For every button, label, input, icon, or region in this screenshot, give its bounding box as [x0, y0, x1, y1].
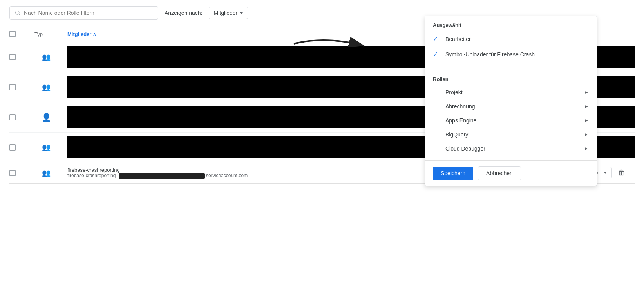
- projekt-label: Projekt: [445, 89, 584, 95]
- apps-engine-item[interactable]: Apps Engine ►: [425, 113, 597, 127]
- save-button[interactable]: Speichern: [433, 167, 473, 180]
- type-cell: 👥: [34, 53, 58, 61]
- header-checkbox-cell: [9, 31, 25, 37]
- page-wrapper: Anzeigen nach: Mitglieder Typ Mitglieder: [0, 0, 644, 298]
- selected-section-title: Ausgewählt: [425, 21, 597, 31]
- submenu-chevron-icon: ►: [584, 104, 589, 109]
- submenu-chevron-icon: ►: [584, 90, 589, 95]
- submenu-chevron-icon: ►: [584, 132, 589, 137]
- arrow-annotation: [286, 28, 372, 61]
- group-icon: 👥: [42, 169, 51, 177]
- bigquery-label: BigQuery: [445, 131, 584, 138]
- redacted-email-part: [119, 173, 205, 179]
- sort-arrow-icon: ∧: [93, 32, 96, 37]
- panel-footer: Speichern Abbrechen: [425, 160, 597, 186]
- type-cell: 👥: [34, 83, 58, 92]
- group-icon: 👥: [42, 53, 51, 61]
- row-checkbox-cell: [9, 114, 25, 120]
- display-label: Anzeigen nach:: [165, 10, 203, 16]
- symbol-uploader-label: Symbol-Uploader für Firebase Crash: [445, 51, 589, 57]
- abrechnung-label: Abrechnung: [445, 103, 584, 110]
- search-input[interactable]: [24, 10, 153, 16]
- cancel-button[interactable]: Abbrechen: [478, 166, 521, 180]
- submenu-chevron-icon: ►: [584, 118, 589, 123]
- row-checkbox[interactable]: [9, 170, 16, 176]
- chevron-down-icon: [604, 172, 607, 174]
- symbol-uploader-item[interactable]: ✓ Symbol-Uploader für Firebase Crash: [425, 47, 597, 62]
- row-checkbox[interactable]: [9, 114, 16, 120]
- bigquery-item[interactable]: BigQuery ►: [425, 127, 597, 142]
- delete-icon[interactable]: 🗑: [618, 169, 625, 177]
- submenu-chevron-icon: ►: [584, 146, 589, 151]
- col-type-header: Typ: [34, 31, 58, 37]
- svg-line-1: [19, 14, 20, 16]
- row-checkbox-cell: [9, 170, 25, 176]
- svg-point-0: [16, 11, 19, 14]
- check-icon: ✓: [433, 50, 441, 58]
- check-icon: ✓: [433, 35, 441, 43]
- abrechnung-item[interactable]: Abrechnung ►: [425, 99, 597, 113]
- apps-engine-label: Apps Engine: [445, 117, 584, 124]
- bearbeiter-label: Bearbeiter: [445, 36, 589, 42]
- type-cell: 👥: [34, 169, 58, 177]
- group-icon: 👥: [42, 143, 51, 152]
- search-icon: [14, 10, 21, 16]
- search-input-wrapper: [9, 6, 158, 20]
- rollen-section-title: Rollen: [425, 75, 597, 85]
- select-all-checkbox[interactable]: [9, 31, 16, 37]
- panel-divider: [425, 68, 597, 68]
- projekt-item[interactable]: Projekt ►: [425, 85, 597, 99]
- row-checkbox[interactable]: [9, 84, 16, 90]
- chevron-down-icon: [240, 12, 243, 14]
- type-cell: 👥: [34, 143, 58, 152]
- rollen-section: Rollen Projekt ► Abrechnung ► Apps Engin…: [425, 70, 597, 160]
- row-checkbox[interactable]: [9, 144, 16, 151]
- bearbeiter-item[interactable]: ✓ Bearbeiter: [425, 31, 597, 47]
- type-cell: 👤: [34, 113, 58, 122]
- cloud-debugger-label: Cloud Debugger: [445, 145, 584, 152]
- row-checkbox[interactable]: [9, 54, 16, 60]
- members-dropdown-button[interactable]: Mitglieder: [209, 7, 248, 19]
- person-icon: 👤: [42, 113, 51, 122]
- row-checkbox-cell: [9, 144, 25, 151]
- role-dropdown-panel: Ausgewählt ✓ Bearbeiter ✓ Symbol-Uploade…: [425, 16, 597, 186]
- cloud-debugger-item[interactable]: Cloud Debugger ►: [425, 142, 597, 156]
- row-checkbox-cell: [9, 84, 25, 90]
- members-dropdown-label: Mitglieder: [214, 10, 238, 16]
- selected-section: Ausgewählt ✓ Bearbeiter ✓ Symbol-Uploade…: [425, 16, 597, 66]
- group-icon: 👥: [42, 83, 51, 92]
- row-checkbox-cell: [9, 54, 25, 60]
